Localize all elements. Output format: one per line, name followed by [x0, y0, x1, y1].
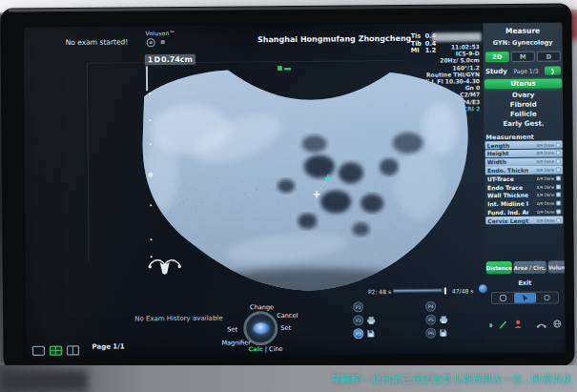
- measurement-row[interactable]: Endo. Thickn.0/9 Done: [485, 166, 563, 175]
- body-marker-uterus-icon: [148, 260, 181, 275]
- measurement-row[interactable]: Endo Trace0/9 Done: [485, 182, 563, 191]
- cursor-arrow-icon[interactable]: [514, 293, 536, 303]
- ultrasound-screen: No exam started! Voluson™ Shanghai Hongm…: [24, 22, 566, 357]
- mode-tabs: 2D M D: [485, 51, 561, 62]
- study-label: Study: [485, 67, 507, 74]
- printer-icon: [366, 316, 376, 324]
- exam-status-message: No exam started!: [66, 37, 129, 47]
- trackball-hint-right: Set: [280, 324, 291, 332]
- probe-orientation-marker-icon: [278, 66, 291, 71]
- display-layout-buttons: [31, 345, 79, 356]
- next-page-button[interactable]: ❯: [545, 66, 561, 74]
- measurement-row[interactable]: Fund. Ind. Angle0/9 Done: [485, 208, 563, 217]
- brand-square-icon: [161, 40, 165, 44]
- save-disk-icon: [366, 329, 375, 338]
- checkbox[interactable]: [556, 167, 561, 172]
- network-globe-icon: [552, 319, 562, 328]
- p1-button[interactable]: P1: [353, 301, 363, 312]
- checkbox[interactable]: [556, 175, 561, 180]
- ultrasound-image[interactable]: [133, 51, 478, 299]
- distance-button[interactable]: Distance: [486, 261, 512, 274]
- tab-m[interactable]: M: [511, 52, 535, 62]
- measurement-row[interactable]: Width0/9 Done: [485, 157, 563, 166]
- study-item-uterus[interactable]: Uterus: [484, 78, 562, 89]
- trackball-hint-left: Set: [227, 325, 237, 333]
- measurement-row[interactable]: UT-Trace0/9 Done: [485, 175, 563, 183]
- shadow-corner: [0, 370, 88, 392]
- p6-button[interactable]: P6: [425, 328, 436, 339]
- volume-button[interactable]: Volume: [548, 260, 566, 273]
- tab-2d[interactable]: 2D: [485, 52, 509, 62]
- cine-position-marker[interactable]: [444, 288, 446, 295]
- checkbox[interactable]: [556, 217, 561, 222]
- trackball-hint-top-right: Cancel: [277, 312, 298, 320]
- tool-buttons: Distance Area / Circ. Volume: [486, 260, 564, 274]
- ge-logo-icon: [147, 38, 155, 47]
- monitor-bezel: No exam started! Voluson™ Shanghai Hongm…: [0, 3, 574, 370]
- voluson-logo: Voluson™: [146, 30, 175, 36]
- layout-single-icon[interactable]: [31, 345, 45, 356]
- area-circ-button[interactable]: Area / Circ.: [514, 261, 546, 274]
- circle-mode-icon[interactable]: [536, 293, 558, 303]
- cine-progress-bar[interactable]: [393, 289, 446, 293]
- checkbox[interactable]: [556, 193, 561, 197]
- layout-quad-icon[interactable]: [49, 345, 62, 356]
- video-caption: 寻嗣帮 - 杭州第三代试管婴儿新费用表一览，附费用及: [315, 373, 572, 386]
- page-indicator: Page 1/1: [92, 342, 124, 350]
- measurement-row[interactable]: Wall Thickness0/9 Done: [485, 191, 563, 199]
- trackball-hint-bottom-left: Magnifier: [221, 339, 250, 346]
- p3-button[interactable]: P3: [353, 328, 363, 339]
- hospital-name: Shanghai Hongmufang Zhongcheng: [241, 34, 428, 45]
- checkbox[interactable]: [556, 184, 561, 189]
- tab-d[interactable]: D: [537, 51, 561, 61]
- trackball-hint-bottom: Calc | Cine: [248, 345, 282, 353]
- measure-panel-title: Measure: [484, 26, 563, 35]
- checkbox[interactable]: [556, 142, 561, 147]
- checkbox[interactable]: [556, 159, 561, 164]
- p4-button[interactable]: P4: [425, 301, 436, 312]
- trackball-indicator-icon: [253, 322, 269, 334]
- layout-dual-icon[interactable]: [66, 345, 79, 356]
- cine-progress-fill: [394, 290, 442, 292]
- study-pager: Study Page 1/3 ❯: [485, 65, 561, 76]
- measurement-row[interactable]: Height0/9 Done: [485, 149, 563, 157]
- patient-icon: [513, 320, 523, 329]
- trackball-hint-cluster: Change Cancel Set Set Magnifier Calc | C…: [221, 299, 341, 356]
- phone-icon: [536, 320, 546, 328]
- redacted-patient-name: [432, 32, 482, 41]
- p2-button[interactable]: P2: [353, 315, 363, 325]
- checkbox[interactable]: [556, 201, 561, 206]
- exam-history-message: No Exam History available: [134, 315, 222, 323]
- exam-category: GYN: Gynecology: [484, 38, 563, 47]
- study-page-indicator: Page 1/3: [507, 68, 545, 74]
- study-item-early-gest[interactable]: Early Gest.: [484, 118, 563, 129]
- cine-loop-icon[interactable]: [479, 284, 487, 293]
- sector-image: [133, 51, 478, 299]
- measurement-row[interactable]: Cervix Length0/9 Done: [485, 217, 563, 225]
- print-buttons-right: P4 P5 P6: [425, 300, 448, 340]
- measurement-row[interactable]: Int. Midline Ind.0/9 Done: [485, 199, 563, 208]
- printer-icon: [439, 316, 448, 324]
- photo-of-ultrasound-monitor: No exam started! Voluson™ Shanghai Hongm…: [0, 0, 577, 392]
- cine-and-print-cluster: P2: 48 s 47/48 s P1 P2 P3 P4 P5 P6: [345, 284, 508, 357]
- print-buttons-left: P1 P2 P3: [353, 300, 376, 340]
- measurement-rows: Length0/9 Done Height0/9 Done Width0/9 D…: [485, 140, 564, 225]
- cine-duration-label: P2: 48 s: [368, 288, 391, 295]
- measurement-row[interactable]: Length0/9 Done: [485, 140, 563, 149]
- checkbox[interactable]: [556, 209, 561, 214]
- checkbox[interactable]: [556, 151, 561, 155]
- trackball-hint-top: Change: [250, 303, 274, 311]
- chevron-right-icon: ❯: [550, 68, 555, 74]
- save-disk-icon: [439, 329, 447, 338]
- p5-button[interactable]: P5: [425, 315, 436, 325]
- cine-frame-label: 47/48 s: [452, 287, 473, 294]
